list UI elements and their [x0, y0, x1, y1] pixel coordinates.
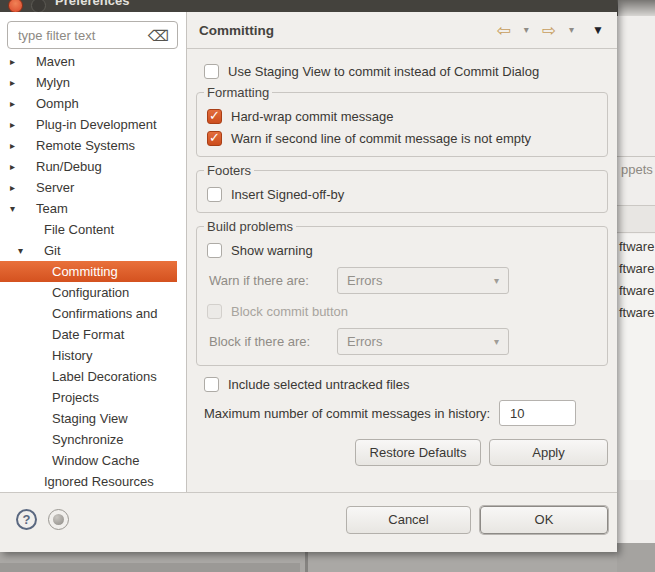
background-sash	[305, 552, 308, 572]
view-menu-icon[interactable]: ▼	[592, 24, 604, 36]
tree-item-label: Synchronize	[52, 432, 124, 447]
forward-arrow-icon[interactable]: ⇨	[542, 22, 556, 39]
sidebar-item-maven[interactable]: ▸Maven	[0, 51, 186, 72]
combo-dropdown-icon: ▾	[494, 336, 499, 347]
tree-item-label: Ignored Resources	[44, 474, 154, 489]
minimize-icon[interactable]	[31, 0, 46, 12]
sidebar-item-staging-view[interactable]: Staging View	[0, 408, 186, 429]
sidebar-item-committing[interactable]: Committing	[0, 261, 177, 282]
filter-input[interactable]	[18, 28, 138, 43]
block-if-there-are-combo: Errors ▾	[337, 328, 509, 355]
background-tab-band	[617, 205, 655, 233]
include-untracked-label[interactable]: Include selected untracked files	[228, 377, 409, 392]
warn-second-line-label[interactable]: Warn if second line of commit message is…	[231, 131, 531, 146]
sidebar-item-synchronize[interactable]: Synchronize	[0, 429, 186, 450]
preference-recorder-icon[interactable]	[48, 509, 69, 530]
combo-dropdown-icon: ▾	[494, 275, 499, 286]
screen: ppets ftwareftwareftwareftware Preferenc…	[0, 0, 655, 572]
hard-wrap-label[interactable]: Hard-wrap commit message	[231, 109, 394, 124]
sidebar-item-projects[interactable]: Projects	[0, 387, 186, 408]
forward-history-dropdown-icon[interactable]: ▾	[569, 25, 574, 35]
formatting-group: Formatting ✓ Hard-wrap commit message ✓ …	[196, 85, 608, 157]
twistie-collapsed-icon[interactable]: ▸	[10, 119, 15, 130]
tree-item-label: Configuration	[52, 285, 129, 300]
background-software-fragment: ftware	[619, 283, 654, 298]
warn-if-there-are-combo: Errors ▾	[337, 267, 509, 294]
sidebar-item-confirmations-and[interactable]: Confirmations and	[0, 303, 186, 324]
twistie-collapsed-icon[interactable]: ▸	[10, 98, 15, 109]
sidebar-item-history[interactable]: History	[0, 345, 186, 366]
tree-item-label: Maven	[36, 54, 75, 69]
twistie-expanded-icon[interactable]: ▾	[18, 245, 23, 256]
sidebar-item-oomph[interactable]: ▸Oomph	[0, 93, 186, 114]
twistie-collapsed-icon[interactable]: ▸	[10, 56, 15, 67]
build-problems-legend: Build problems	[204, 219, 296, 234]
sidebar-item-ignored-resources[interactable]: Ignored Resources	[0, 471, 186, 492]
sidebar-item-team[interactable]: ▾Team	[0, 198, 186, 219]
include-untracked-checkbox[interactable]	[204, 377, 219, 392]
background-snippets-fragment: ppets	[621, 162, 653, 177]
twistie-collapsed-icon[interactable]: ▸	[10, 182, 15, 193]
sidebar-item-server[interactable]: ▸Server	[0, 177, 186, 198]
sidebar-item-label-decorations[interactable]: Label Decorations	[0, 366, 186, 387]
max-history-label: Maximum number of commit messages in his…	[204, 406, 490, 421]
show-warning-checkbox[interactable]	[207, 243, 222, 258]
apply-button[interactable]: Apply	[489, 439, 608, 466]
tree-item-label: Server	[36, 180, 74, 195]
footers-group: Footers Insert Signed-off-by	[196, 163, 608, 213]
background-window-right-strip: ppets ftwareftwareftwareftware	[617, 0, 655, 572]
cancel-button[interactable]: Cancel	[346, 506, 471, 534]
back-arrow-icon[interactable]: ⇦	[497, 22, 511, 39]
warn-second-line-checkbox[interactable]: ✓	[207, 131, 222, 146]
filter-box[interactable]: ⌫	[7, 21, 178, 49]
twistie-expanded-icon[interactable]: ▾	[10, 203, 15, 214]
ok-button[interactable]: OK	[480, 506, 608, 534]
sidebar-item-plug-in-development[interactable]: ▸Plug-in Development	[0, 114, 186, 135]
tree-item-label: Remote Systems	[36, 138, 135, 153]
tree-item-label: Oomph	[36, 96, 79, 111]
hard-wrap-checkbox[interactable]: ✓	[207, 109, 222, 124]
insert-signed-off-by-checkbox[interactable]	[207, 187, 222, 202]
tree-item-label: Window Cache	[52, 453, 139, 468]
tree-item-label: Date Format	[52, 327, 124, 342]
block-if-there-are-label: Block if there are:	[209, 334, 337, 349]
clear-filter-icon[interactable]: ⌫	[148, 28, 169, 43]
sidebar-item-mylyn[interactable]: ▸Mylyn	[0, 72, 186, 93]
background-below-dialog	[0, 552, 617, 572]
block-commit-button-label: Block commit button	[231, 304, 348, 319]
close-icon[interactable]	[8, 0, 23, 12]
sidebar-item-remote-systems[interactable]: ▸Remote Systems	[0, 135, 186, 156]
block-if-there-are-value: Errors	[347, 334, 382, 349]
back-history-dropdown-icon[interactable]: ▾	[524, 25, 529, 35]
preferences-dialog: Preferences ⌫ ▸Maven▸Mylyn▸Oomph▸Plug-in…	[0, 0, 617, 552]
twistie-collapsed-icon[interactable]: ▸	[10, 77, 15, 88]
max-history-input[interactable]	[499, 400, 576, 426]
sidebar-item-window-cache[interactable]: Window Cache	[0, 450, 186, 471]
background-software-fragment: ftware	[619, 305, 654, 320]
show-warning-label[interactable]: Show warning	[231, 243, 313, 258]
tree-item-label: History	[52, 348, 92, 363]
build-problems-group: Build problems Show warning Warn if ther…	[196, 219, 608, 366]
twistie-collapsed-icon[interactable]: ▸	[10, 140, 15, 151]
sidebar-item-git[interactable]: ▾Git	[0, 240, 186, 261]
preferences-tree-sidebar: ⌫ ▸Maven▸Mylyn▸Oomph▸Plug-in Development…	[0, 12, 187, 492]
sidebar-item-file-content[interactable]: File Content	[0, 219, 186, 240]
background-window-chrome	[617, 0, 655, 16]
insert-signed-off-by-label[interactable]: Insert Signed-off-by	[231, 187, 344, 202]
sidebar-item-configuration[interactable]: Configuration	[0, 282, 186, 303]
help-icon[interactable]: ?	[16, 509, 37, 530]
footers-legend: Footers	[204, 163, 254, 178]
restore-defaults-button[interactable]: Restore Defaults	[355, 439, 481, 466]
dialog-footer: ? Cancel OK	[0, 492, 617, 552]
twistie-collapsed-icon[interactable]: ▸	[10, 161, 15, 172]
sidebar-item-date-format[interactable]: Date Format	[0, 324, 186, 345]
window-title: Preferences	[55, 0, 129, 8]
tree-item-label: Label Decorations	[52, 369, 157, 384]
use-staging-view-label[interactable]: Use Staging View to commit instead of Co…	[228, 64, 539, 79]
check-icon: ✓	[209, 130, 220, 145]
sidebar-item-run-debug[interactable]: ▸Run/Debug	[0, 156, 186, 177]
background-bottom-gray	[617, 543, 655, 572]
warn-if-there-are-label: Warn if there are:	[209, 273, 337, 288]
use-staging-view-checkbox[interactable]	[204, 64, 219, 79]
tree-item-label: Staging View	[52, 411, 128, 426]
